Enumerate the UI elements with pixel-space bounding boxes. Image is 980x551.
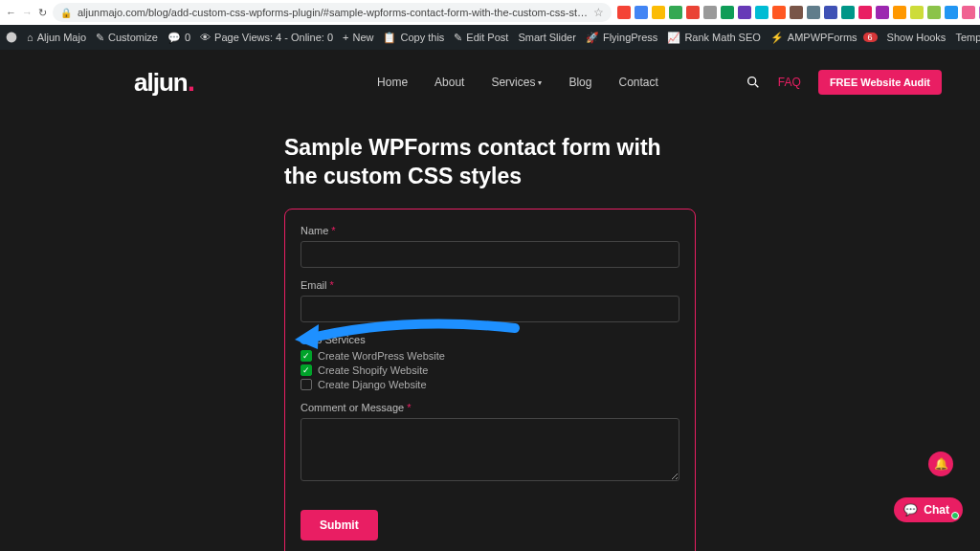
extensions-strip: [617, 6, 980, 19]
checkbox-icon: ✓: [301, 364, 312, 376]
eye-icon: 👁: [200, 32, 211, 43]
name-input[interactable]: [301, 241, 679, 268]
back-button[interactable]: ←: [6, 5, 16, 20]
free-audit-button[interactable]: FREE Website Audit: [818, 70, 942, 95]
ext-icon[interactable]: [927, 6, 941, 19]
smart-slider-link[interactable]: Smart Slider: [518, 32, 576, 43]
site-logo[interactable]: aljun.: [134, 68, 194, 98]
main-content: Sample WPForms contact form with the cus…: [0, 115, 980, 551]
nav-blog[interactable]: Blog: [568, 76, 591, 89]
ext-icon[interactable]: [824, 6, 837, 19]
comments-link[interactable]: 💬0: [167, 32, 190, 44]
ext-icon[interactable]: [617, 6, 631, 19]
customize-link[interactable]: ✎Customize: [96, 32, 158, 44]
wpforms-link[interactable]: WPForms6: [811, 32, 878, 43]
bell-icon: 🔔: [934, 457, 948, 471]
url-text: aljunmajo.com/blog/add-custom-css-wpform…: [78, 7, 588, 18]
svg-point-1: [748, 77, 756, 85]
rankmath-link[interactable]: 📈Rank Math SEO: [667, 32, 760, 44]
required-asterisk: *: [330, 279, 334, 291]
checkbox-option-wordpress[interactable]: ✓ Create WordPress Website: [301, 350, 679, 362]
chevron-down-icon: ▾: [538, 78, 542, 87]
plus-icon: +: [343, 32, 348, 43]
required-asterisk: *: [331, 225, 335, 236]
new-link[interactable]: +New: [343, 32, 373, 43]
chat-icon: 💬: [903, 503, 918, 517]
main-nav: Home About Services▾ Blog Contact: [377, 76, 658, 89]
ext-icon[interactable]: [807, 6, 820, 19]
site-name-link[interactable]: ⌂Aljun Majo: [27, 32, 86, 43]
copy-this-link[interactable]: 📋Copy this: [383, 32, 444, 44]
nav-contact[interactable]: Contact: [618, 76, 657, 89]
checkbox-label: Create Django Website: [318, 379, 427, 390]
lock-icon: 🔒: [60, 8, 72, 18]
chat-label: Chat: [924, 503, 949, 517]
name-label: Name*: [301, 225, 679, 236]
site-header: aljun. Home About Services▾ Blog Contact…: [0, 50, 980, 115]
checkbox-icon: [301, 379, 312, 390]
wp-admin-bar: ⌂Aljun Majo ✎Customize 💬0 👁Page Views: 4…: [0, 25, 980, 50]
web-services-label: Web Services: [301, 334, 679, 345]
nav-about[interactable]: About: [434, 76, 464, 89]
forward-button[interactable]: →: [22, 5, 33, 20]
ext-icon[interactable]: [962, 6, 975, 19]
nav-services[interactable]: Services▾: [491, 76, 542, 89]
contact-form: Name* Email* Web Services ✓ Create WordP…: [284, 209, 696, 551]
page-views-link[interactable]: 👁Page Views: 4 - Online: 0: [200, 32, 333, 43]
reload-button[interactable]: ↻: [38, 5, 47, 20]
checkbox-icon: ✓: [301, 350, 312, 362]
ext-icon[interactable]: [755, 6, 768, 19]
star-icon[interactable]: ☆: [593, 6, 604, 19]
show-hooks-link[interactable]: Show Hooks: [887, 32, 947, 43]
edit-post-link[interactable]: ✎Edit Post: [454, 32, 508, 44]
online-status-dot: [951, 512, 959, 519]
ext-icon[interactable]: [910, 6, 924, 19]
checkbox-option-django[interactable]: Create Django Website: [301, 379, 679, 390]
ext-icon[interactable]: [652, 6, 665, 19]
chat-fab[interactable]: 💬 Chat: [894, 497, 963, 522]
ext-icon[interactable]: [703, 6, 717, 19]
ext-icon[interactable]: [635, 6, 648, 19]
ext-icon[interactable]: [858, 6, 872, 19]
email-label: Email*: [301, 279, 679, 291]
ext-icon[interactable]: [841, 6, 855, 19]
notifications-fab[interactable]: 🔔: [928, 452, 953, 476]
ext-icon[interactable]: [772, 6, 786, 19]
wp-logo-icon[interactable]: [6, 32, 17, 43]
comment-icon: 💬: [167, 32, 181, 44]
address-bar[interactable]: 🔒 aljunmajo.com/blog/add-custom-css-wpfo…: [53, 3, 612, 22]
copy-icon: 📋: [383, 32, 396, 44]
bolt-icon: ⚡: [770, 32, 784, 44]
comment-textarea[interactable]: [301, 418, 679, 481]
header-actions: FAQ FREE Website Audit: [746, 70, 942, 95]
flyingpress-link[interactable]: 🚀FlyingPress: [586, 32, 657, 44]
svg-line-2: [755, 84, 758, 87]
search-icon[interactable]: [746, 75, 761, 90]
ext-icon[interactable]: [669, 6, 682, 19]
checkbox-label: Create Shopify Website: [318, 364, 428, 376]
email-input[interactable]: [301, 296, 679, 322]
checkbox-option-shopify[interactable]: ✓ Create Shopify Website: [301, 364, 679, 376]
ext-icon[interactable]: [738, 6, 751, 19]
svg-point-0: [7, 33, 17, 43]
comment-label: Comment or Message*: [301, 402, 679, 413]
template-indicator: Template: single.php: [955, 32, 980, 44]
amp-link[interactable]: ⚡AMP: [770, 32, 811, 44]
required-asterisk: *: [407, 402, 411, 413]
ext-icon[interactable]: [686, 6, 700, 19]
browser-toolbar: ← → ↻ 🔒 aljunmajo.com/blog/add-custom-cs…: [0, 0, 980, 25]
faq-link[interactable]: FAQ: [778, 76, 801, 89]
submit-button[interactable]: Submit: [301, 510, 378, 540]
chart-icon: 📈: [667, 32, 680, 44]
ext-icon[interactable]: [945, 6, 958, 19]
ext-icon[interactable]: [721, 6, 734, 19]
rocket-icon: 🚀: [586, 32, 599, 44]
pencil-icon: ✎: [454, 32, 462, 44]
checkbox-label: Create WordPress Website: [318, 350, 445, 362]
ext-icon[interactable]: [893, 6, 906, 19]
ext-icon[interactable]: [876, 6, 889, 19]
logo-dot-icon: .: [188, 65, 194, 97]
ext-icon[interactable]: [790, 6, 803, 19]
nav-home[interactable]: Home: [377, 76, 408, 89]
wpforms-badge: 6: [863, 33, 878, 42]
